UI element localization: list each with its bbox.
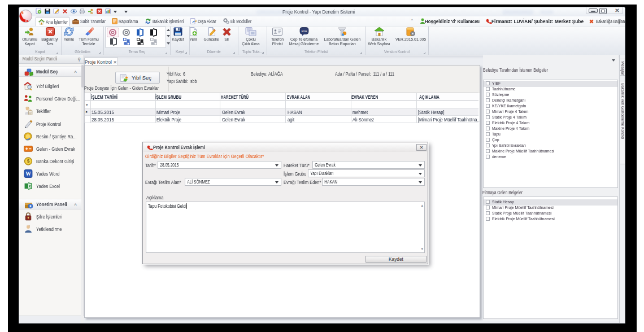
svg-text:W: W [25,171,31,177]
svg-text:sms: sms [301,29,307,33]
svg-text:$: $ [27,158,30,164]
